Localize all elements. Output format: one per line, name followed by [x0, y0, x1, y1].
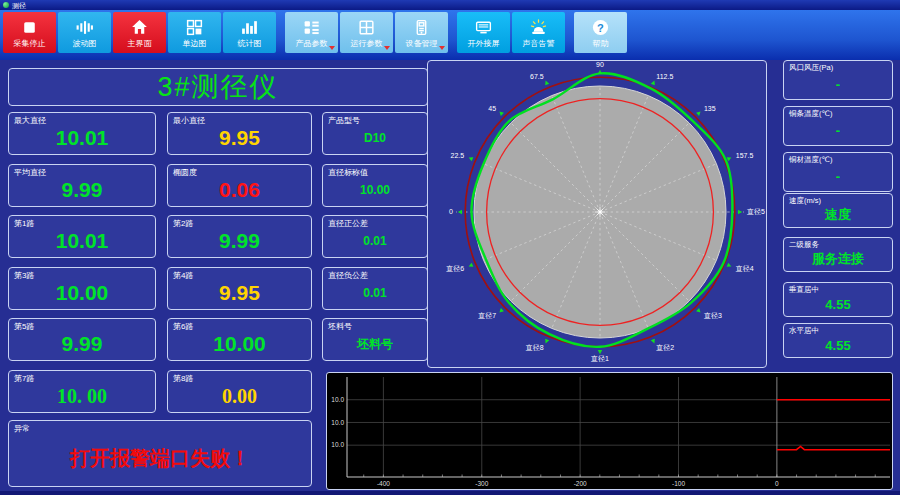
toolbar-button-label: 单边图 — [183, 40, 207, 48]
svg-text:-200: -200 — [574, 480, 587, 487]
gauge-title: 3#测径仪 — [157, 69, 278, 105]
app-window: 测径 采集停止波动图主界面单边图统计图产品参数运行参数设备管理开外接屏声音告警?… — [0, 0, 900, 495]
monitor-icon — [474, 18, 493, 38]
horizontal-center-box: 水平居中4.55 — [783, 323, 893, 358]
min-diameter-value: 9.95 — [168, 122, 311, 154]
channel-7-value: 10. 00 — [9, 380, 155, 412]
plus-tolerance-value: 0.01 — [323, 225, 427, 257]
wave-chart-button[interactable]: 波动图 — [58, 12, 111, 53]
svg-text:-100: -100 — [672, 480, 685, 487]
toolbar-button-label: 声音告警 — [523, 40, 555, 48]
channel-5-value: 9.99 — [9, 328, 155, 360]
billet-no-value: 坯料号 — [323, 328, 427, 360]
channel-3-cell: 第3路10.00 — [8, 267, 156, 310]
waveform-icon — [75, 18, 94, 38]
channel-8-value: 0.00 — [168, 380, 311, 412]
svg-text:直径4: 直径4 — [736, 265, 754, 273]
main-area: 3#测径仪 最大直径10.01最小直径9.95产品型号D10平均直径9.99椭圆… — [0, 58, 900, 495]
toolbar-button-label: 波动图 — [73, 40, 97, 48]
svg-text:0: 0 — [775, 480, 779, 487]
window-grid-icon — [357, 18, 376, 38]
capture-stop-button[interactable]: 采集停止 — [3, 12, 56, 53]
svg-text:0: 0 — [449, 208, 453, 215]
material-temperature-box: 铜材温度(℃)- — [783, 152, 893, 192]
billet-no-cell: 坯料号坯料号 — [322, 318, 428, 361]
svg-text:10.0: 10.0 — [331, 441, 344, 448]
channel-1-value: 10.01 — [9, 225, 155, 257]
titlebar: 测径 — [0, 0, 900, 10]
nominal-diameter-value: 10.00 — [323, 174, 427, 206]
siren-icon — [529, 18, 548, 38]
run-params-button[interactable]: 运行参数 — [340, 12, 393, 53]
avg-diameter-value: 9.99 — [9, 174, 155, 206]
svg-text:-300: -300 — [475, 480, 488, 487]
nominal-diameter-cell: 直径标称值10.00 — [322, 164, 428, 207]
product-params-button[interactable]: 产品参数 — [285, 12, 338, 53]
single-side-chart-button[interactable]: 单边图 — [168, 12, 221, 53]
channel-1-cell: 第1路10.01 — [8, 215, 156, 258]
vertical-center-box: 垂直居中4.55 — [783, 282, 893, 317]
polar-chart-svg: 直径5157.5135112.59067.54522.50直径6直径7直径8直径… — [428, 61, 766, 367]
toolbar-button-label: 设备管理 — [406, 40, 438, 48]
panels-icon — [185, 18, 204, 38]
channel-6-cell: 第6路10.00 — [167, 318, 312, 361]
barchart-icon — [240, 18, 259, 38]
ovality-value: 0.06 — [168, 174, 311, 206]
channel-4-cell: 第4路9.95 — [167, 267, 312, 310]
svg-text:直径7: 直径7 — [478, 312, 496, 320]
svg-text:45: 45 — [488, 105, 496, 112]
device-icon — [412, 18, 431, 38]
bar-temperature-box: 铜条温度(℃)- — [783, 106, 893, 146]
min-diameter-cell: 最小直径9.95 — [167, 112, 312, 155]
avg-diameter-cell: 平均直径9.99 — [8, 164, 156, 207]
help-icon: ? — [591, 18, 610, 38]
ovality-cell: 椭圆度0.06 — [167, 164, 312, 207]
toolbar-button-label: 统计图 — [238, 40, 262, 48]
svg-text:90: 90 — [596, 61, 604, 68]
channel-2-value: 9.99 — [168, 225, 311, 257]
max-diameter-value: 10.01 — [9, 122, 155, 154]
channel-8-cell: 第8路0.00 — [167, 370, 312, 413]
product-model-value: D10 — [323, 122, 427, 154]
plus-tolerance-cell: 直径正公差0.01 — [322, 215, 428, 258]
vertical-center-value: 4.55 — [784, 292, 892, 316]
product-model-cell: 产品型号D10 — [322, 112, 428, 155]
toolbar-button-label: 运行参数 — [351, 40, 383, 48]
air-pressure-box: 风口风压(Pa)- — [783, 60, 893, 100]
main-screen-button[interactable]: 主界面 — [113, 12, 166, 53]
sound-alarm-button[interactable]: 声音告警 — [512, 12, 565, 53]
external-screen-button[interactable]: 开外接屏 — [457, 12, 510, 53]
diameter-trend-chart: 10.010.010.0-400-300-200-1000 — [326, 372, 893, 490]
window-bottom-edge — [0, 491, 900, 495]
svg-text:112.5: 112.5 — [656, 73, 673, 80]
channel-3-value: 10.00 — [9, 277, 155, 309]
svg-text:直径5: 直径5 — [747, 208, 765, 216]
channel-7-cell: 第7路10. 00 — [8, 370, 156, 413]
svg-text:直径2: 直径2 — [656, 344, 674, 352]
svg-text:-400: -400 — [377, 480, 390, 487]
svg-text:直径8: 直径8 — [526, 344, 544, 352]
svg-text:?: ? — [597, 22, 604, 34]
device-manage-button[interactable]: 设备管理 — [395, 12, 448, 53]
toolbar: 采集停止波动图主界面单边图统计图产品参数运行参数设备管理开外接屏声音告警?帮助 — [0, 10, 900, 60]
channel-4-value: 9.95 — [168, 277, 311, 309]
svg-text:直径6: 直径6 — [446, 265, 464, 273]
speed-box: 速度(m/s)速度 — [783, 193, 893, 228]
window-title: 测径 — [12, 2, 26, 9]
help-button[interactable]: ?帮助 — [574, 12, 627, 53]
svg-text:直径1: 直径1 — [591, 355, 609, 363]
svg-text:135: 135 — [704, 105, 716, 112]
svg-text:直径3: 直径3 — [704, 312, 722, 320]
bar-temperature-value: - — [784, 116, 892, 145]
gauge-title-box: 3#测径仪 — [8, 68, 428, 106]
toolbar-button-label: 主界面 — [128, 40, 152, 48]
channel-6-value: 10.00 — [168, 328, 311, 360]
trend-chart-svg: 10.010.010.0-400-300-200-1000 — [327, 373, 892, 489]
stop-icon — [20, 18, 39, 38]
roundness-polar-chart: 直径5157.5135112.59067.54522.50直径6直径7直径8直径… — [427, 60, 767, 368]
svg-text:157.5: 157.5 — [736, 152, 754, 159]
material-temperature-value: - — [784, 162, 892, 191]
stats-chart-button[interactable]: 统计图 — [223, 12, 276, 53]
minus-tolerance-cell: 直径负公差0.01 — [322, 267, 428, 310]
max-diameter-cell: 最大直径10.01 — [8, 112, 156, 155]
